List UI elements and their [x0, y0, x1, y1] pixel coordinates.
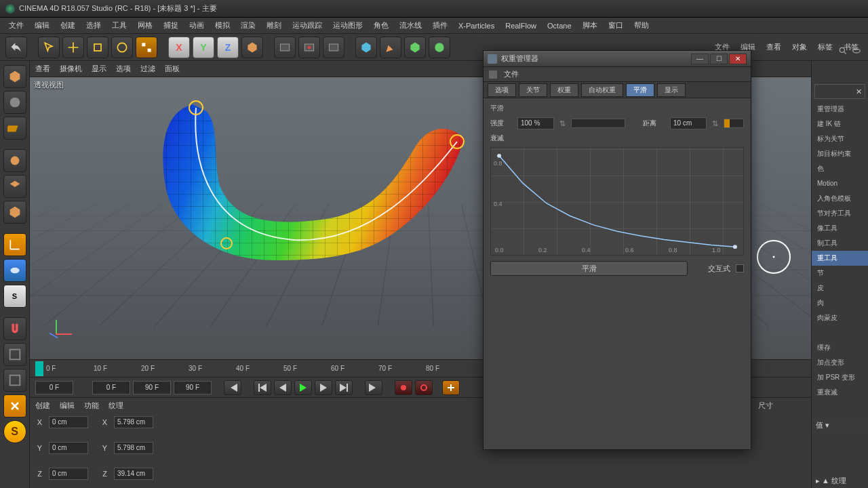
character-command-item[interactable]	[812, 325, 868, 340]
minimize-button[interactable]: —	[691, 54, 709, 64]
character-command-item[interactable]: 肉蒙皮	[812, 310, 868, 325]
x-pos-field[interactable]: 0 cm	[49, 416, 88, 428]
character-command-item[interactable]: 节对齐工具	[812, 206, 868, 221]
menu-item[interactable]: 文件	[4, 19, 28, 32]
vp-menu-item[interactable]: 摄像机	[60, 64, 82, 74]
menu-item[interactable]: 脚本	[578, 19, 602, 32]
character-command-item[interactable]: 缓存	[812, 340, 868, 355]
scale-tool[interactable]	[87, 37, 108, 58]
menu-item[interactable]: 渲染	[236, 19, 260, 32]
menu-item[interactable]: 帮助	[629, 19, 654, 32]
eye-icon[interactable]	[852, 46, 861, 56]
attr-menu-item[interactable]: 编辑	[60, 401, 75, 411]
select-tool[interactable]	[38, 37, 60, 58]
menu-item[interactable]: 运动跟踪	[288, 19, 327, 32]
texture-mode-button[interactable]	[3, 91, 26, 114]
menu-item[interactable]: 角色	[369, 19, 393, 32]
axis-z-toggle[interactable]: Z	[217, 37, 239, 58]
close-button[interactable]: ✕	[729, 54, 747, 64]
step-fwd-button[interactable]	[315, 380, 332, 395]
wm-tab[interactable]: 平滑	[626, 83, 654, 97]
workplane-button[interactable]	[3, 117, 26, 140]
shelf-tab[interactable]: 对象	[788, 42, 811, 52]
menu-item[interactable]: 编辑	[30, 19, 54, 32]
character-command-item[interactable]: 标为关节	[812, 131, 868, 146]
spinner-icon[interactable]: ⇅	[559, 119, 566, 128]
character-command-item[interactable]: 入角色模板	[812, 191, 868, 206]
last-tool[interactable]	[136, 37, 157, 58]
primitive-cube-button[interactable]	[355, 37, 377, 58]
y-pos-field[interactable]: 0 cm	[49, 442, 88, 454]
weight-manager-window[interactable]: 权重管理器 — ☐ ✕ 文件 选项 关节 权重 自动权重 平滑 显示 平滑 强度…	[483, 50, 751, 450]
axis-tool-button[interactable]	[3, 233, 26, 256]
search-icon[interactable]	[838, 46, 848, 56]
menu-item[interactable]: 捕捉	[159, 19, 183, 32]
polygon-mode-button[interactable]	[3, 201, 26, 224]
lock-tool-button[interactable]	[3, 369, 26, 392]
menu-item[interactable]: Octane	[542, 20, 576, 31]
coord-system-toggle[interactable]	[241, 37, 263, 58]
wm-titlebar[interactable]: 权重管理器 — ☐ ✕	[484, 51, 751, 67]
s-render-button[interactable]: S	[3, 420, 26, 443]
character-command-item[interactable]: 加目标约束	[812, 146, 868, 161]
wm-tab[interactable]: 自动权重	[581, 83, 623, 97]
menu-item[interactable]: 动画	[184, 19, 209, 32]
distance-slider[interactable]	[724, 119, 744, 128]
goto-start-button[interactable]	[224, 380, 241, 395]
attr-menu-item[interactable]: 创建	[35, 401, 50, 411]
character-command-item[interactable]: 节	[812, 266, 868, 281]
wm-tab[interactable]: 关节	[519, 83, 547, 97]
character-command-item[interactable]: 色	[812, 161, 868, 176]
menu-item[interactable]: RealFlow	[500, 20, 541, 31]
s-tool-button[interactable]: S	[3, 285, 26, 308]
value-dropdown[interactable]: 值 ▾	[812, 418, 868, 432]
vp-menu-item[interactable]: 过滤	[140, 64, 155, 74]
prev-key-button[interactable]	[254, 380, 271, 395]
maximize-button[interactable]: ☐	[710, 54, 728, 64]
menu-item[interactable]: 网格	[133, 19, 157, 32]
menu-item[interactable]: 工具	[107, 19, 132, 32]
wm-tab[interactable]: 选项	[488, 83, 516, 97]
falloff-graph[interactable]: 0.8 0.4 0.0 0.2 0.4 0.6 0.8 1.0	[490, 147, 744, 256]
distance-field[interactable]: 10 cm	[670, 117, 707, 129]
magnet-tool-button[interactable]	[3, 317, 26, 340]
menu-item[interactable]: 雕刻	[262, 19, 286, 32]
wm-tab[interactable]: 权重	[550, 83, 578, 97]
next-key-button[interactable]	[335, 380, 353, 395]
generator-button[interactable]	[404, 37, 426, 58]
menu-item[interactable]: 模拟	[210, 19, 235, 32]
smooth-button[interactable]: 平滑	[490, 261, 688, 276]
play-button[interactable]	[294, 380, 312, 395]
axis-y-toggle[interactable]: Y	[193, 37, 214, 58]
spinner-icon[interactable]: ⇅	[712, 119, 718, 128]
character-command-item[interactable]: 重衰减	[812, 385, 868, 400]
uv-tool-button[interactable]	[3, 259, 26, 282]
menu-item[interactable]: 运动图形	[328, 19, 368, 32]
autokey-button[interactable]	[415, 380, 433, 395]
menu-item[interactable]: 选择	[81, 19, 106, 32]
range-start-field[interactable]: 0 F	[35, 381, 73, 394]
spline-pen-button[interactable]	[380, 37, 401, 58]
menu-item[interactable]: 插件	[428, 19, 452, 32]
character-command-item[interactable]: 建 IK 链	[812, 117, 868, 131]
vp-menu-item[interactable]: 面板	[165, 64, 180, 74]
playhead[interactable]	[35, 361, 43, 376]
point-mode-button[interactable]	[3, 149, 26, 172]
axis-x-toggle[interactable]: X	[168, 37, 190, 58]
edge-mode-button[interactable]	[3, 175, 26, 198]
vp-menu-item[interactable]: 选项	[116, 64, 131, 74]
character-command-item[interactable]: 加点变形	[812, 355, 868, 370]
model-mode-button[interactable]	[3, 65, 26, 88]
render-region-button[interactable]	[298, 37, 320, 58]
z-size-field[interactable]: 39.14 cm	[114, 468, 153, 480]
x-tool-button[interactable]	[3, 394, 26, 418]
step-back-button[interactable]	[274, 380, 292, 395]
render-view-button[interactable]	[274, 37, 296, 58]
y-size-field[interactable]: 5.798 cm	[114, 442, 153, 454]
character-command-item[interactable]: 加 PSR 变形	[812, 370, 868, 385]
rotate-tool[interactable]	[111, 37, 133, 58]
render-settings-button[interactable]	[323, 37, 344, 58]
menu-item[interactable]: 流水线	[395, 19, 427, 32]
menu-item[interactable]: X-Particles	[454, 20, 499, 31]
panel-close-button[interactable]: ✕	[814, 84, 865, 99]
